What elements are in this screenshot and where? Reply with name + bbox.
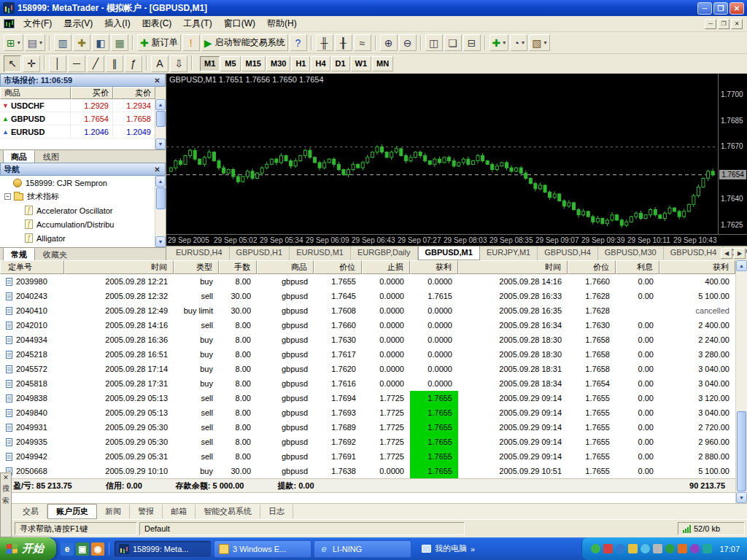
navigator-toggle-button[interactable]: ◧ [92,34,109,51]
scroll-down-icon[interactable]: ▼ [155,139,166,149]
market-watch-row[interactable]: ▼USDCHF1.29291.2934 [0,99,166,112]
chart-tab[interactable]: GBPUSD,H4 [664,246,724,260]
new-chart-button[interactable]: ⊞▾ [4,34,23,51]
timeframe-m30-button[interactable]: M30 [266,56,290,71]
timeframe-mn-button[interactable]: MN [372,56,393,71]
history-row[interactable]: 20420102005.09.28 14:16sell8.00gbpusd1.7… [0,318,747,332]
periods-button[interactable]: ◔▾ [510,34,527,51]
tray-icon[interactable] [703,544,712,553]
zoom-out-button[interactable]: ⊖ [399,34,417,51]
chart-tab[interactable]: GBPUSD,H4 [538,246,598,260]
history-row[interactable]: 20498382005.09.29 05:13sell8.00gbpusd1.7… [0,391,747,405]
show-desktop-icon[interactable]: ▣ [76,542,89,556]
dropdown-arrow-icon[interactable]: ▾ [39,39,42,46]
history-row[interactable]: 20399802005.09.28 12:21buy8.00gbpusd1.76… [0,274,747,289]
metaeditor-button[interactable]: ! [182,34,200,51]
tile-windows-button[interactable]: ◫ [425,34,443,51]
market-watch-row[interactable]: ▲EURUSD1.20461.2049 [0,125,166,139]
line-chart-button[interactable]: ≈ [354,34,371,51]
tray-icon[interactable] [665,544,675,553]
tray-icon[interactable] [591,544,600,553]
scroll-thumb[interactable] [156,187,166,209]
tree-item-indicator[interactable]: ƒAccelerator Oscillator [0,203,166,217]
tray-icon[interactable] [628,544,638,553]
bar-chart-button[interactable]: ╫ [316,34,333,51]
history-row[interactable]: 20499312005.09.29 05:30sell8.00gbpusd1.7… [0,420,747,435]
history-row[interactable]: 20404102005.09.28 12:49buy limit30.00gbp… [0,303,747,318]
menu-item[interactable]: 工具(T) [177,15,217,32]
taskbar-task[interactable]: 3 Windows E... [214,540,311,558]
scroll-up-icon[interactable]: ▲ [155,176,166,187]
terminal-tab[interactable]: 日志 [260,505,293,518]
templates-button[interactable]: ▧▾ [529,34,549,51]
tray-icon[interactable] [690,544,700,553]
menu-item[interactable]: 插入(I) [98,15,136,32]
data-window-toggle-button[interactable]: ✚ [73,34,90,51]
tabs-scroll-right-icon[interactable]: ▶ [734,248,746,259]
terminal-tab[interactable]: 警报 [130,505,163,518]
minimize-button[interactable]: ─ [697,2,712,15]
mdi-minimize-button[interactable]: ─ [705,19,716,29]
terminal-scrollbar[interactable]: ▲ ▼ [735,260,747,503]
column-type[interactable]: 类型 [174,260,219,274]
navigator-scrollbar[interactable]: ▲ ▼ [155,176,166,247]
scroll-up-icon[interactable]: ▲ [155,99,166,110]
menu-item[interactable]: 文件(F) [18,15,58,32]
history-row[interactable]: 20498402005.09.29 05:13sell8.00gbpusd1.7… [0,405,747,420]
tree-item-indicator[interactable]: ƒAlligator [0,231,166,245]
tray-icon[interactable] [603,544,613,553]
column-symbol[interactable]: 商品 [0,87,71,99]
terminal-tab[interactable]: 交易 [15,505,47,518]
timeframe-w1-button[interactable]: W1 [351,56,372,71]
chart-window-icon[interactable] [4,19,15,28]
history-row[interactable]: 20402432005.09.28 12:32sell30.00gbpusd1.… [0,289,747,303]
status-profile[interactable]: Default [139,522,465,535]
timeframe-m5-button[interactable]: M5 [220,56,240,71]
column-bid[interactable]: 买价 [71,87,113,99]
terminal-toggle-button[interactable]: ▦ [111,34,128,51]
fibonacci-button[interactable]: ƒ [125,55,142,72]
crosshair-button[interactable]: ✛ [23,55,40,72]
cursor-button[interactable]: ↖ [4,55,21,72]
new-order-button[interactable]: ✚新订单 [137,34,181,51]
column-symbol[interactable]: 商品 [257,260,314,274]
dropdown-arrow-icon[interactable]: ▾ [18,39,20,46]
tray-icon[interactable] [678,544,687,553]
menu-item[interactable]: 窗口(W) [218,15,261,32]
mdi-restore-button[interactable]: ❐ [718,19,729,29]
timeframe-h1-button[interactable]: H1 [291,56,310,71]
chart-tab[interactable]: EURJPY,M1 [480,246,538,260]
cascade-windows-button[interactable]: ❏ [444,34,462,51]
chevron-icon[interactable]: » [471,545,475,553]
column-lots[interactable]: 手数 [219,260,257,274]
column-close-price[interactable]: 价位 [568,260,616,274]
column-open-time[interactable]: 时间 [64,260,174,274]
internet-explorer-icon[interactable]: e [61,542,74,556]
chart-plot[interactable]: GBPUSD,M1 1.7651 1.7656 1.7650 1.7654 [166,74,718,234]
mdi-close-button[interactable]: ✕ [731,19,743,29]
column-close-time[interactable]: 时间 [458,260,568,274]
horizontal-line-button[interactable]: ─ [68,55,85,72]
timeframe-m15-button[interactable]: M15 [241,56,266,71]
market-watch-row[interactable]: ▲GBPUSD1.76541.7658 [0,112,166,125]
column-swap[interactable]: 利息 [616,260,659,274]
indicators-button[interactable]: ✚▾ [489,34,509,51]
media-player-icon[interactable]: ◉ [91,542,104,556]
scroll-up-icon[interactable]: ▲ [736,260,747,271]
history-row[interactable]: 20506682005.09.29 10:10buy30.00gbpusd1.7… [0,464,747,478]
chart-tab[interactable]: GBPUSD,M30 [598,246,664,260]
timeframe-m1-button[interactable]: M1 [200,56,220,71]
desk-band-close-icon[interactable]: ✕ [3,474,9,481]
navigator-close-icon[interactable]: ✕ [152,166,162,174]
vertical-line-button[interactable]: │ [49,55,66,72]
chart-tab[interactable]: EURUSD,H4 [169,246,230,260]
market-watch-scrollbar[interactable]: ▲ ▼ [155,99,166,149]
start-button[interactable]: 开始 [0,537,56,560]
column-take-profit[interactable]: 获利 [410,260,458,274]
time-axis[interactable]: 29 Sep 200529 Sep 05:0229 Sep 05:3429 Se… [166,235,718,246]
restore-button[interactable]: ❐ [713,2,728,15]
terminal-tab[interactable]: 新闻 [97,505,130,518]
text-label-button[interactable]: A [151,55,169,72]
column-order[interactable]: 定单号 [0,260,64,274]
scroll-thumb[interactable] [156,111,166,127]
